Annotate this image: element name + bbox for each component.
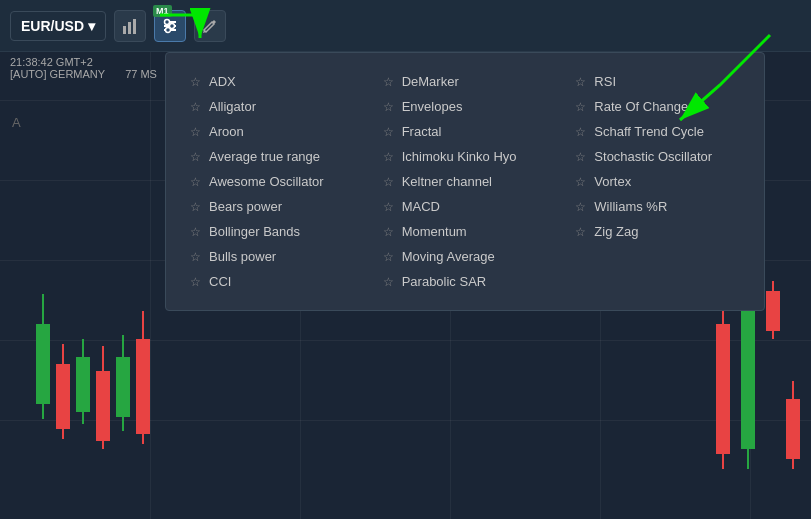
timeframe-badge: M1 <box>153 5 172 17</box>
indicator-demarker[interactable]: ☆ DeMarker <box>377 69 554 94</box>
dropdown-col-2: ☆ DeMarker ☆ Envelopes ☆ Fractal ☆ Ichim… <box>369 69 562 294</box>
indicator-label: Envelopes <box>402 99 463 114</box>
indicator-label: Rate Of Change <box>594 99 688 114</box>
indicator-bears[interactable]: ☆ Bears power <box>184 194 361 219</box>
star-icon[interactable]: ☆ <box>383 200 394 214</box>
indicator-label: DeMarker <box>402 74 459 89</box>
star-icon[interactable]: ☆ <box>190 100 201 114</box>
indicator-fractal[interactable]: ☆ Fractal <box>377 119 554 144</box>
star-icon[interactable]: ☆ <box>190 125 201 139</box>
candle <box>95 346 111 449</box>
indicator-label: MACD <box>402 199 440 214</box>
indicator-ichimoku[interactable]: ☆ Ichimoku Kinko Hyo <box>377 144 554 169</box>
candle <box>75 339 91 424</box>
indicator-williams[interactable]: ☆ Williams %R <box>569 194 746 219</box>
dropdown-col-3: ☆ RSI ☆ Rate Of Change ☆ Schaff Trend Cy… <box>561 69 754 294</box>
indicator-awesome[interactable]: ☆ Awesome Oscillator <box>184 169 361 194</box>
draw-tool-button[interactable] <box>194 10 226 42</box>
star-icon[interactable]: ☆ <box>383 225 394 239</box>
pair-dropdown-arrow: ▾ <box>88 18 95 34</box>
svg-point-8 <box>166 27 171 32</box>
indicator-keltner[interactable]: ☆ Keltner channel <box>377 169 554 194</box>
indicator-parabolic[interactable]: ☆ Parabolic SAR <box>377 269 554 294</box>
indicator-bulls[interactable]: ☆ Bulls power <box>184 244 361 269</box>
star-icon[interactable]: ☆ <box>190 225 201 239</box>
star-icon[interactable]: ☆ <box>575 125 586 139</box>
candle <box>55 344 71 439</box>
star-icon[interactable]: ☆ <box>575 225 586 239</box>
indicator-label: RSI <box>594 74 616 89</box>
indicator-label: Average true range <box>209 149 320 164</box>
pair-label: EUR/USD <box>21 18 84 34</box>
indicator-label: Momentum <box>402 224 467 239</box>
candle <box>785 381 801 469</box>
pencil-icon <box>202 18 218 34</box>
star-icon[interactable]: ☆ <box>575 75 586 89</box>
indicator-label: Alligator <box>209 99 256 114</box>
indicator-label: Awesome Oscillator <box>209 174 324 189</box>
candle <box>115 335 131 431</box>
dropdown-columns: ☆ ADX ☆ Alligator ☆ Aroon ☆ Average true… <box>176 69 754 294</box>
indicator-alligator[interactable]: ☆ Alligator <box>184 94 361 119</box>
chart-annotation-a: A <box>12 115 21 130</box>
chart-type-button[interactable] <box>114 10 146 42</box>
indicator-schaff[interactable]: ☆ Schaff Trend Cycle <box>569 119 746 144</box>
bar-chart-icon <box>122 18 138 34</box>
indicator-rsi[interactable]: ☆ RSI <box>569 69 746 94</box>
info-bar: 21:38:42 GMT+2 [AUTO] GERMANY 77 MS <box>0 52 167 84</box>
indicator-moving-average[interactable]: ☆ Moving Average <box>377 244 554 269</box>
indicator-adx[interactable]: ☆ ADX <box>184 69 361 94</box>
indicator-label: ADX <box>209 74 236 89</box>
indicator-zigzag[interactable]: ☆ Zig Zag <box>569 219 746 244</box>
indicator-vortex[interactable]: ☆ Vortex <box>569 169 746 194</box>
indicator-roc[interactable]: ☆ Rate Of Change <box>569 94 746 119</box>
star-icon[interactable]: ☆ <box>575 175 586 189</box>
indicator-aroon[interactable]: ☆ Aroon <box>184 119 361 144</box>
indicator-bollinger[interactable]: ☆ Bollinger Bands <box>184 219 361 244</box>
indicator-label: Ichimoku Kinko Hyo <box>402 149 517 164</box>
indicators-button[interactable]: M1 <box>154 10 186 42</box>
star-icon[interactable]: ☆ <box>383 175 394 189</box>
star-icon[interactable]: ☆ <box>383 250 394 264</box>
indicator-atr[interactable]: ☆ Average true range <box>184 144 361 169</box>
star-icon[interactable]: ☆ <box>575 100 586 114</box>
dropdown-col-1: ☆ ADX ☆ Alligator ☆ Aroon ☆ Average true… <box>176 69 369 294</box>
svg-rect-2 <box>133 19 136 34</box>
indicator-label: Aroon <box>209 124 244 139</box>
indicator-momentum[interactable]: ☆ Momentum <box>377 219 554 244</box>
star-icon[interactable]: ☆ <box>190 75 201 89</box>
star-icon[interactable]: ☆ <box>383 75 394 89</box>
candle <box>740 284 756 469</box>
star-icon[interactable]: ☆ <box>190 175 201 189</box>
indicator-envelopes[interactable]: ☆ Envelopes <box>377 94 554 119</box>
star-icon[interactable]: ☆ <box>190 275 201 289</box>
indicator-label: Keltner channel <box>402 174 492 189</box>
star-icon[interactable]: ☆ <box>190 200 201 214</box>
star-icon[interactable]: ☆ <box>383 275 394 289</box>
latency-display: 77 MS <box>125 68 157 80</box>
indicator-stochastic[interactable]: ☆ Stochastic Oscillator <box>569 144 746 169</box>
indicator-label: CCI <box>209 274 231 289</box>
star-icon[interactable]: ☆ <box>383 125 394 139</box>
star-icon[interactable]: ☆ <box>190 150 201 164</box>
star-icon[interactable]: ☆ <box>575 150 586 164</box>
candle <box>715 304 731 469</box>
star-icon[interactable]: ☆ <box>383 100 394 114</box>
svg-point-6 <box>165 19 170 24</box>
pair-selector[interactable]: EUR/USD ▾ <box>10 11 106 41</box>
indicators-icon <box>162 18 178 34</box>
candle <box>35 294 51 419</box>
indicator-label: Bears power <box>209 199 282 214</box>
time-display: 21:38:42 GMT+2 <box>10 56 157 68</box>
indicator-cci[interactable]: ☆ CCI <box>184 269 361 294</box>
toolbar: EUR/USD ▾ M1 <box>0 0 811 52</box>
indicator-macd[interactable]: ☆ MACD <box>377 194 554 219</box>
indicator-label: Parabolic SAR <box>402 274 487 289</box>
star-icon[interactable]: ☆ <box>575 200 586 214</box>
star-icon[interactable]: ☆ <box>190 250 201 264</box>
star-icon[interactable]: ☆ <box>383 150 394 164</box>
candle <box>765 281 781 339</box>
candle <box>135 311 151 444</box>
indicator-label: Williams %R <box>594 199 667 214</box>
indicator-label: Bulls power <box>209 249 276 264</box>
